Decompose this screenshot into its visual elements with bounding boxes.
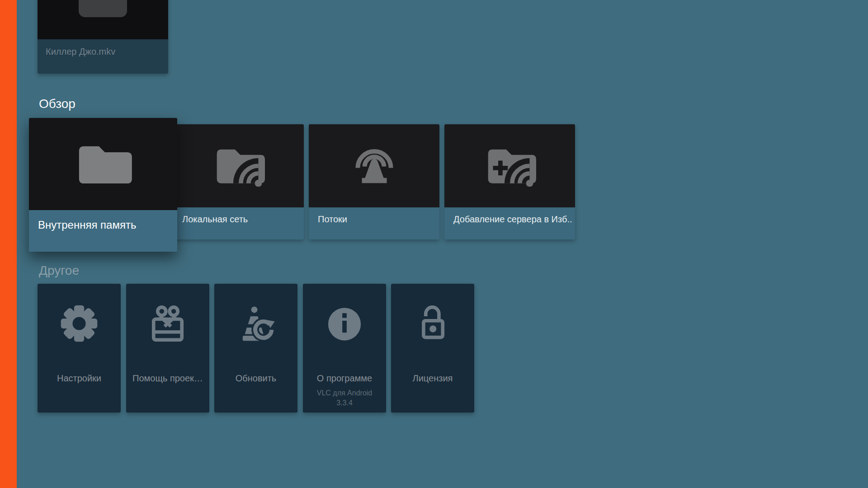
info-icon (303, 301, 386, 346)
card-about[interactable]: О программе VLC для Android 3.3.4 (303, 284, 386, 413)
card-thumbnail (309, 124, 439, 207)
gift-icon (126, 301, 209, 346)
orange-accent-strip (0, 0, 17, 488)
card-label: Настройки (38, 373, 121, 384)
card-label: Помощь проек… (126, 373, 209, 384)
unlock-icon (391, 301, 474, 346)
section-title-browse: Обзор (39, 96, 75, 112)
video-placeholder-icon (79, 0, 127, 17)
vlc-android-tv-screen: Киллер Джо.mkv Обзор Внутренняя память (0, 0, 868, 488)
card-license[interactable]: Лицензия (391, 284, 474, 413)
folder-add-network-icon (484, 145, 536, 187)
card-add-server-favorites[interactable]: Добавление сервера в Изб.. (444, 124, 575, 239)
card-label: Внутренняя память (29, 210, 177, 252)
folder-network-icon (212, 145, 265, 187)
app-version-line1: VLC для Android (303, 388, 386, 398)
section-title-other: Другое (39, 263, 79, 278)
app-version-line2: 3.3.4 (303, 398, 386, 408)
gear-icon (38, 301, 121, 346)
folder-icon (74, 141, 132, 187)
card-streams[interactable]: Потоки (309, 124, 439, 239)
recent-media-thumbnail (38, 0, 168, 39)
card-settings[interactable]: Настройки (38, 284, 121, 413)
card-thumbnail (29, 118, 177, 210)
app-version-text: VLC для Android 3.3.4 (303, 388, 386, 408)
recent-media-card[interactable]: Киллер Джо.mkv (38, 0, 168, 74)
broadcast-cone-icon (349, 141, 399, 191)
card-internal-storage[interactable]: Внутренняя память (29, 118, 177, 252)
card-local-network[interactable]: Локальная сеть (173, 124, 304, 239)
card-label: Потоки (309, 207, 439, 239)
card-label: Добавление сервера в Изб.. (444, 207, 575, 239)
card-label: О программе (303, 373, 386, 384)
card-label: Лицензия (391, 373, 474, 384)
card-help-project[interactable]: Помощь проек… (126, 284, 209, 413)
card-thumbnail (444, 124, 575, 207)
recent-media-filename: Киллер Джо.mkv (38, 39, 168, 74)
card-thumbnail (173, 124, 304, 207)
card-label: Обновить (214, 373, 297, 384)
card-label: Локальная сеть (173, 207, 304, 239)
vlc-cone-refresh-icon (214, 301, 297, 346)
card-refresh[interactable]: Обновить (214, 284, 297, 413)
